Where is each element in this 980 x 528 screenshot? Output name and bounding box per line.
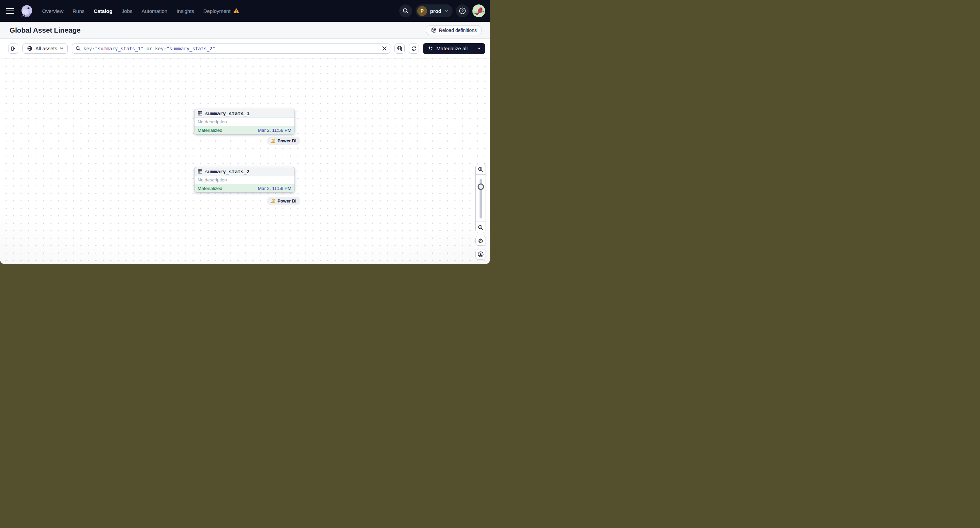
deployment-initial-badge: P [417, 6, 427, 16]
asset-node-header: summary_stats_1 [194, 109, 294, 118]
asset-description: No description [194, 118, 294, 126]
powerbi-tag-label: Power BI [277, 138, 296, 143]
nav-item-overview[interactable]: Overview [42, 8, 64, 14]
zoom-slider[interactable] [476, 174, 485, 222]
deployment-warning-icon [233, 8, 239, 14]
nav-item-runs[interactable]: Runs [73, 8, 85, 14]
caret-down-icon [478, 48, 481, 49]
primary-nav-links: Overview Runs Catalog Jobs Automation In… [42, 8, 239, 14]
asset-node-summary-stats-1[interactable]: summary_stats_1 No description Materiali… [194, 109, 295, 135]
global-search-button[interactable] [399, 5, 412, 17]
materialize-all-split-button: Materialize all [423, 43, 485, 54]
nav-item-automation[interactable]: Automation [142, 8, 167, 14]
panel-toggle-icon [11, 46, 16, 51]
asset-status-row: Materialized Mar 2, 11:56 PM [194, 126, 294, 134]
refresh-icon [411, 46, 417, 51]
asset-scope-label: All assets [35, 46, 57, 51]
open-sidebar-panel-button[interactable] [8, 43, 18, 54]
lineage-toolbar: All assets key:"summary_stats_1" or key:… [0, 39, 490, 59]
asset-node-summary-stats-2[interactable]: summary_stats_2 No description Materiali… [194, 167, 295, 193]
clear-search-button[interactable] [382, 46, 387, 51]
lineage-graph-canvas[interactable]: summary_stats_1 No description Materiali… [0, 59, 490, 264]
table-icon [197, 111, 203, 116]
dagster-logo-icon[interactable] [20, 4, 34, 18]
top-navigation-bar: Overview Runs Catalog Jobs Automation In… [0, 0, 490, 22]
reload-cube-icon [431, 27, 437, 33]
deployment-name: prod [430, 8, 441, 14]
materialization-timestamp[interactable]: Mar 2, 11:56 PM [258, 186, 291, 191]
help-button[interactable]: ? [456, 5, 469, 17]
zoom-control-panel [476, 164, 486, 233]
page-title: Global Asset Lineage [10, 26, 81, 34]
status-badge: Materialized [197, 128, 223, 133]
reload-definitions-button[interactable]: Reload definitions [426, 25, 482, 35]
materialize-options-button[interactable] [473, 43, 485, 54]
asset-description: No description [194, 176, 294, 184]
asset-search-input[interactable]: key:"summary_stats_1" or key:"summary_st… [72, 43, 390, 54]
graph-settings-button[interactable]: ⚙ [476, 236, 486, 246]
powerbi-icon [270, 139, 275, 143]
powerbi-tag-label: Power BI [277, 198, 296, 203]
svg-text:?: ? [461, 9, 463, 13]
query-text: key:"summary_stats_1" or key:"summary_st… [83, 46, 215, 51]
globe-plus-icon [397, 46, 402, 51]
asset-node-header: summary_stats_2 [194, 167, 294, 176]
nav-item-catalog[interactable]: Catalog [94, 8, 113, 14]
sparkles-icon [428, 46, 433, 51]
download-icon [477, 251, 484, 258]
view-full-graph-button[interactable] [395, 43, 405, 54]
materialize-all-label: Materialize all [436, 46, 468, 51]
zoom-in-button[interactable] [476, 164, 485, 174]
globe-icon [27, 46, 33, 51]
hamburger-menu-icon[interactable] [6, 8, 14, 14]
asset-name: summary_stats_1 [205, 111, 250, 116]
gear-icon: ⚙ [478, 238, 483, 244]
zoom-out-button[interactable] [476, 222, 485, 233]
avatar-bird-image [473, 5, 485, 17]
user-avatar[interactable] [473, 5, 485, 17]
refresh-graph-button[interactable] [409, 43, 419, 54]
materialization-timestamp[interactable]: Mar 2, 11:56 PM [258, 128, 291, 133]
asset-scope-dropdown[interactable]: All assets [22, 43, 68, 54]
nav-item-deployment[interactable]: Deployment [204, 8, 239, 14]
asset-status-row: Materialized Mar 2, 11:56 PM [194, 184, 294, 192]
dagster-app-window: Overview Runs Catalog Jobs Automation In… [0, 0, 490, 264]
deployment-switcher[interactable]: P prod [415, 5, 453, 17]
search-icon [75, 46, 81, 51]
materialize-all-button[interactable]: Materialize all [423, 43, 473, 54]
powerbi-tag-summary-stats-1[interactable]: Power BI [267, 136, 300, 145]
question-mark-icon: ? [459, 7, 466, 14]
zoom-out-icon [478, 225, 484, 230]
asset-name: summary_stats_2 [205, 169, 250, 174]
zoom-in-icon [478, 166, 484, 172]
chevron-down-icon [444, 10, 448, 12]
chevron-down-icon [60, 47, 63, 49]
nav-item-insights[interactable]: Insights [177, 8, 194, 14]
download-graph-button[interactable] [476, 249, 486, 260]
table-icon [197, 169, 203, 174]
powerbi-tag-summary-stats-2[interactable]: Power BI [267, 197, 300, 205]
status-badge: Materialized [197, 186, 223, 191]
close-icon [382, 46, 387, 51]
search-icon [402, 8, 409, 14]
powerbi-icon [270, 199, 275, 203]
page-header: Global Asset Lineage Reload definitions [0, 22, 490, 39]
nav-right-cluster: P prod ? [399, 5, 485, 17]
zoom-slider-knob[interactable] [477, 184, 484, 190]
nav-item-jobs[interactable]: Jobs [122, 8, 133, 14]
reload-definitions-label: Reload definitions [439, 27, 477, 33]
